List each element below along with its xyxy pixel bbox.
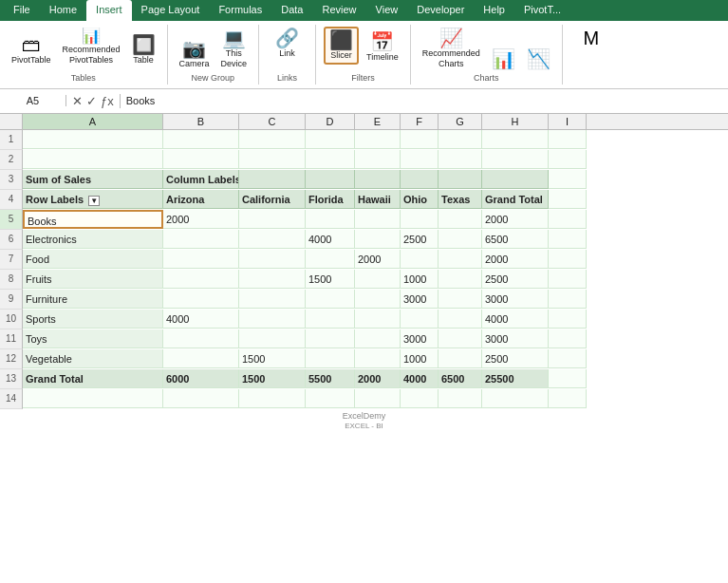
cell-a7[interactable]: Food: [23, 250, 163, 269]
cell-g6[interactable]: [439, 230, 482, 249]
cell-g12[interactable]: [439, 349, 482, 368]
link-button[interactable]: 🔗 Link: [271, 27, 303, 61]
tab-file[interactable]: File: [4, 0, 40, 21]
cell-d13[interactable]: 5500: [306, 369, 355, 388]
cell-e1[interactable]: [355, 130, 401, 149]
cell-f1[interactable]: [401, 130, 439, 149]
cell-c14[interactable]: [239, 389, 306, 408]
cell-e14[interactable]: [355, 389, 401, 408]
cell-e8[interactable]: [355, 270, 401, 289]
cell-f11[interactable]: 3000: [401, 329, 439, 348]
cell-b4[interactable]: Arizona: [163, 190, 239, 209]
line-chart-button[interactable]: 📉: [523, 47, 554, 71]
cell-d3[interactable]: [306, 170, 355, 189]
cell-c4[interactable]: California: [239, 190, 306, 209]
cell-h7[interactable]: 2000: [482, 250, 549, 269]
cell-c6[interactable]: [239, 230, 306, 249]
cell-i1[interactable]: [549, 130, 587, 149]
cell-h2[interactable]: [482, 150, 549, 169]
cell-h8[interactable]: 2500: [482, 270, 549, 289]
cell-a1[interactable]: [23, 130, 163, 149]
cell-b5[interactable]: 2000: [163, 210, 239, 229]
cell-f12[interactable]: 1000: [401, 349, 439, 368]
cancel-icon[interactable]: ✕: [72, 94, 83, 108]
recommended-charts-button[interactable]: 📈 RecommendedCharts: [419, 27, 484, 71]
cell-g3[interactable]: [439, 170, 482, 189]
cell-b1[interactable]: [163, 130, 239, 149]
tab-review[interactable]: Review: [312, 0, 365, 21]
this-device-button[interactable]: 💻 ThisDevice: [217, 27, 252, 71]
cell-b2[interactable]: [163, 150, 239, 169]
cell-e9[interactable]: [355, 290, 401, 309]
cell-h3[interactable]: [482, 170, 549, 189]
cell-b10[interactable]: 4000: [163, 310, 239, 329]
cell-e5[interactable]: [355, 210, 401, 229]
tab-view[interactable]: View: [366, 0, 408, 21]
cell-g4[interactable]: Texas: [439, 190, 482, 209]
cell-g2[interactable]: [439, 150, 482, 169]
cell-b11[interactable]: [163, 329, 239, 348]
cell-g8[interactable]: [439, 270, 482, 289]
cell-h4[interactable]: Grand Total: [482, 190, 549, 209]
cell-g7[interactable]: [439, 250, 482, 269]
cell-i10[interactable]: [549, 310, 587, 329]
cell-f13[interactable]: 4000: [401, 369, 439, 388]
tab-pivottable-extra[interactable]: PivotT...: [514, 0, 570, 21]
cell-i8[interactable]: [549, 270, 587, 289]
cell-c11[interactable]: [239, 329, 306, 348]
cell-i5[interactable]: [549, 210, 587, 229]
cell-a14[interactable]: [23, 389, 163, 408]
cell-b14[interactable]: [163, 389, 239, 408]
cell-f6[interactable]: 2500: [401, 230, 439, 249]
formula-input[interactable]: Books: [121, 95, 728, 106]
cell-h6[interactable]: 6500: [482, 230, 549, 249]
cell-a10[interactable]: Sports: [23, 310, 163, 329]
cell-a2[interactable]: [23, 150, 163, 169]
cell-h13[interactable]: 25500: [482, 369, 549, 388]
cell-i2[interactable]: [549, 150, 587, 169]
cell-g10[interactable]: [439, 310, 482, 329]
cell-c5[interactable]: [239, 210, 306, 229]
tab-insert[interactable]: Insert: [86, 0, 132, 21]
cell-e12[interactable]: [355, 349, 401, 368]
bar-chart-button[interactable]: 📊: [488, 47, 519, 71]
cell-a3[interactable]: Sum of Sales: [23, 170, 163, 189]
cell-e7[interactable]: 2000: [355, 250, 401, 269]
cell-i11[interactable]: [549, 329, 587, 348]
timeline-button[interactable]: 📅 Timeline: [363, 30, 402, 65]
cell-f14[interactable]: [401, 389, 439, 408]
cell-h12[interactable]: 2500: [482, 349, 549, 368]
function-icon[interactable]: ƒx: [101, 94, 114, 108]
tab-help[interactable]: Help: [474, 0, 514, 21]
cell-i12[interactable]: [549, 349, 587, 368]
cell-d4[interactable]: Florida: [306, 190, 355, 209]
cell-i6[interactable]: [549, 230, 587, 249]
cell-d14[interactable]: [306, 389, 355, 408]
slicer-button[interactable]: ⬛ Slicer: [324, 27, 359, 65]
tab-page-layout[interactable]: Page Layout: [132, 0, 210, 21]
tab-developer[interactable]: Developer: [407, 0, 474, 21]
cell-h5[interactable]: 2000: [482, 210, 549, 229]
cell-f5[interactable]: [401, 210, 439, 229]
cell-a12[interactable]: Vegetable: [23, 349, 163, 368]
cell-h11[interactable]: 3000: [482, 329, 549, 348]
more-button[interactable]: M: [579, 27, 603, 50]
cell-f7[interactable]: [401, 250, 439, 269]
cell-a6[interactable]: Electronics: [23, 230, 163, 249]
cell-a13[interactable]: Grand Total: [23, 369, 163, 388]
cell-e10[interactable]: [355, 310, 401, 329]
cell-f4[interactable]: Ohio: [401, 190, 439, 209]
cell-e2[interactable]: [355, 150, 401, 169]
cell-c3[interactable]: [239, 170, 306, 189]
cell-g1[interactable]: [439, 130, 482, 149]
cell-d7[interactable]: [306, 250, 355, 269]
confirm-icon[interactable]: ✓: [86, 94, 97, 108]
cell-b9[interactable]: [163, 290, 239, 309]
cell-f3[interactable]: [401, 170, 439, 189]
cell-d11[interactable]: [306, 329, 355, 348]
cell-i4[interactable]: [549, 190, 587, 209]
cell-b13[interactable]: 6000: [163, 369, 239, 388]
cell-d10[interactable]: [306, 310, 355, 329]
cell-c13[interactable]: 1500: [239, 369, 306, 388]
cell-i7[interactable]: [549, 250, 587, 269]
